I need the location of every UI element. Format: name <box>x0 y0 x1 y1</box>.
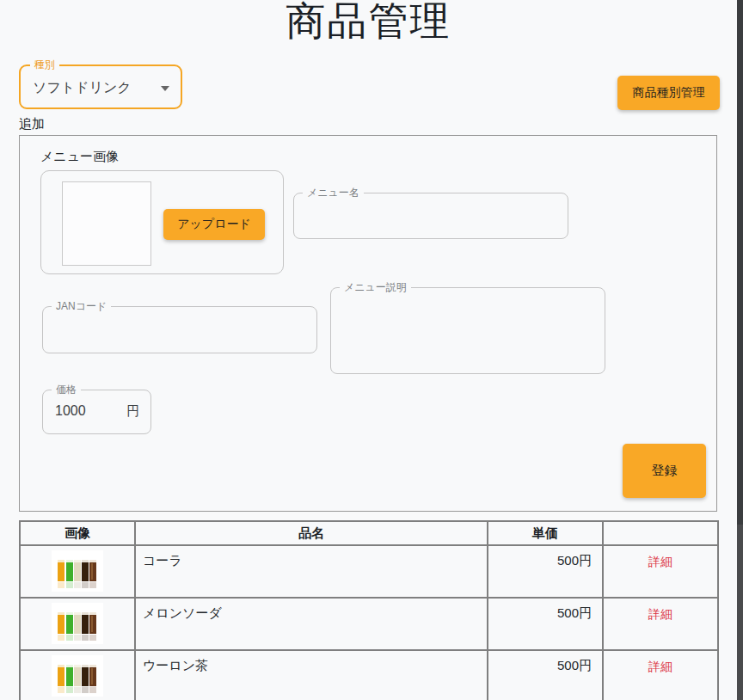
product-name: コーラ <box>135 545 488 598</box>
upload-button[interactable]: アップロード <box>163 209 265 240</box>
product-price: 500円 <box>488 650 603 700</box>
category-select-value: ソフトドリンク <box>33 79 132 97</box>
menu-name-label: メニュー名 <box>303 186 364 200</box>
add-product-form: メニュー画像 アップロード メニュー名 メニュー説明 JANコード 価格 100… <box>19 135 717 512</box>
header-price: 単価 <box>488 521 603 545</box>
product-name: メロンソーダ <box>135 598 488 650</box>
menu-description-label: メニュー説明 <box>340 280 411 295</box>
price-value: 1000 <box>55 403 86 419</box>
add-section-label: 追加 <box>19 116 45 132</box>
jan-code-label: JANコード <box>52 299 111 314</box>
scrollbar[interactable] <box>737 0 743 700</box>
product-drinks-image <box>52 550 103 592</box>
detail-link[interactable]: 詳細 <box>648 555 672 568</box>
product-drinks-image <box>52 655 103 697</box>
category-manage-button[interactable]: 商品種別管理 <box>617 76 720 110</box>
menu-image-preview <box>62 181 151 266</box>
menu-description-input[interactable]: メニュー説明 <box>330 287 605 374</box>
price-input[interactable]: 価格 1000 円 <box>42 390 151 434</box>
table-header-row: 画像 品名 単価 <box>20 521 718 545</box>
product-price: 500円 <box>488 598 603 650</box>
chevron-down-icon <box>161 86 169 91</box>
price-unit: 円 <box>126 403 139 420</box>
product-name: ウーロン茶 <box>135 650 488 700</box>
page-title: 商品管理 <box>0 0 737 48</box>
price-label: 価格 <box>52 383 81 397</box>
menu-name-input[interactable]: メニュー名 <box>293 193 568 239</box>
menu-image-upload-area: アップロード <box>40 170 284 274</box>
table-row: メロンソーダ 500円 詳細 <box>20 598 718 650</box>
product-drinks-image <box>52 603 103 644</box>
product-table: 画像 品名 単価 <box>19 520 719 700</box>
category-select-label: 種別 <box>30 58 59 72</box>
detail-link[interactable]: 詳細 <box>648 660 672 673</box>
register-button[interactable]: 登録 <box>623 444 706 498</box>
menu-image-label: メニュー画像 <box>40 149 119 165</box>
detail-link[interactable]: 詳細 <box>648 607 672 621</box>
table-row: ウーロン茶 500円 詳細 <box>20 650 718 700</box>
header-name: 品名 <box>135 521 488 545</box>
table-row: コーラ 500円 詳細 <box>20 545 718 598</box>
header-action <box>603 521 718 545</box>
category-select[interactable]: 種別 ソフトドリンク <box>19 64 182 109</box>
header-image: 画像 <box>20 521 135 545</box>
product-price: 500円 <box>488 545 603 598</box>
jan-code-input[interactable]: JANコード <box>42 306 317 353</box>
scrollbar-thumb[interactable] <box>737 0 743 525</box>
product-management-screen: 商品管理 種別 ソフトドリンク 商品種別管理 追加 メニュー画像 アップロード … <box>0 0 743 700</box>
